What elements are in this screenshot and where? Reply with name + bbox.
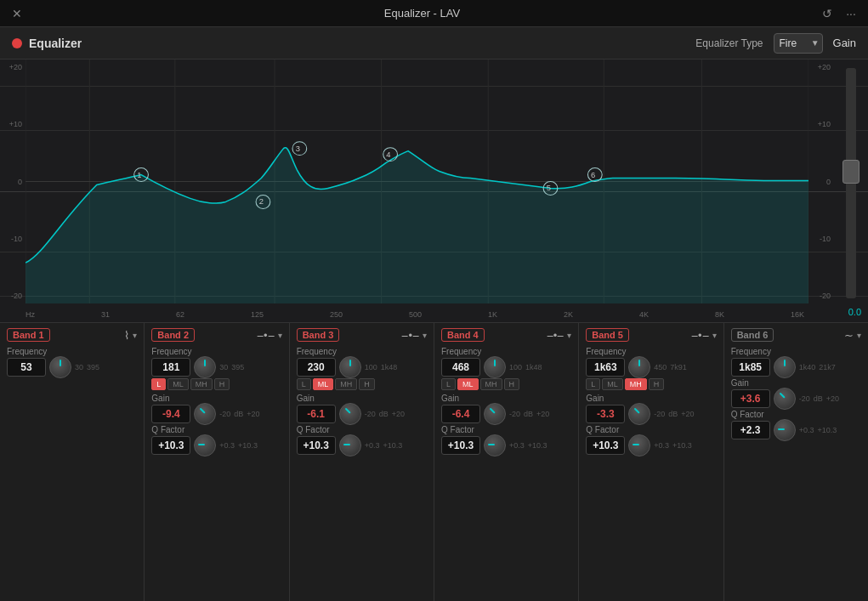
freq-row-4: 4681001k48 xyxy=(441,356,571,378)
chevron-down-icon[interactable]: ▾ xyxy=(857,331,861,340)
freq-row-2: 18130395 xyxy=(151,356,281,378)
close-button[interactable]: ✕ xyxy=(9,5,26,22)
filter-btn-H-5[interactable]: H xyxy=(649,378,665,390)
freq-value-3[interactable]: 230 xyxy=(297,358,336,377)
filter-btn-MH-3[interactable]: MH xyxy=(335,378,357,390)
freq-knob-2[interactable] xyxy=(194,356,216,378)
chevron-down-icon[interactable]: ▾ xyxy=(712,331,717,340)
gain-value-3[interactable]: -6.1 xyxy=(297,405,336,423)
q-knob-6[interactable] xyxy=(774,419,796,441)
gain-knob-5[interactable] xyxy=(628,403,650,425)
title-bar: ✕ Equalizer - LAV ↺ ··· xyxy=(0,0,868,27)
band-label-1[interactable]: Band 1 xyxy=(7,328,50,342)
gain-slider-track xyxy=(846,68,856,298)
freq-knob-1[interactable] xyxy=(49,356,71,378)
band-label-2[interactable]: Band 2 xyxy=(151,328,195,342)
band-shape-4[interactable]: ‒•‒▾ xyxy=(547,329,572,342)
gain-knob-6[interactable] xyxy=(774,388,796,410)
filter-btn-L-2[interactable]: L xyxy=(151,378,166,390)
y-labels-right: +20 +10 0 -10 -20 xyxy=(808,60,834,303)
gain-value-5[interactable]: -3.3 xyxy=(586,405,625,423)
gain-value-4[interactable]: -6.4 xyxy=(441,405,480,423)
band-label-6[interactable]: Band 6 xyxy=(731,328,774,342)
gain-slider[interactable] xyxy=(841,68,861,298)
menu-button[interactable]: ··· xyxy=(842,5,859,22)
filter-btn-ML-2[interactable]: ML xyxy=(167,378,189,390)
gain-knob-2[interactable] xyxy=(194,403,216,425)
chevron-down-icon[interactable]: ▾ xyxy=(278,331,282,340)
band-panel-4: Band 4‒•‒▾Frequency4681001k48LMLMHHGain-… xyxy=(434,323,579,601)
band-shape-2[interactable]: ‒•‒▾ xyxy=(257,329,282,342)
gain-label-3: Gain xyxy=(297,394,427,403)
band-shape-3[interactable]: ‒•‒▾ xyxy=(401,329,427,342)
freq-row-3: 2301001k48 xyxy=(297,356,427,378)
freq-max-5: 7k91 xyxy=(670,363,687,371)
history-button[interactable]: ↺ xyxy=(819,5,836,22)
filter-btn-ML-3[interactable]: ML xyxy=(313,378,334,390)
freq-value-2[interactable]: 181 xyxy=(151,358,190,377)
q-min-5: +0.3 xyxy=(654,441,669,450)
filter-btn-ML-4[interactable]: ML xyxy=(457,378,479,390)
q-knob-3[interactable] xyxy=(339,434,361,456)
q-row-2: +10.3+0.3+10.3 xyxy=(151,434,281,456)
chevron-down-icon[interactable]: ▾ xyxy=(423,331,427,340)
filter-type-row-5: LMLMHH xyxy=(586,378,716,390)
x-labels: Hz 31 62 125 250 500 1K 2K 4K 8K 16K xyxy=(26,310,804,319)
eq-display: +20 +10 0 -10 -20 +20 +10 0 -10 -20 xyxy=(0,60,868,323)
freq-knob-6[interactable] xyxy=(774,356,796,378)
eq-type-select[interactable]: Fire Water Earth xyxy=(774,33,823,54)
eq-canvas[interactable]: 1 2 3 4 5 6 xyxy=(26,60,808,303)
freq-value-1[interactable]: 53 xyxy=(7,358,46,377)
gain-max-6: +20 xyxy=(826,394,839,403)
band-panel-2: Band 2‒•‒▾Frequency18130395LMLMHHGain-9.… xyxy=(145,323,289,601)
freq-knob-5[interactable] xyxy=(628,356,650,378)
freq-knob-4[interactable] xyxy=(484,356,506,378)
q-value-5[interactable]: +10.3 xyxy=(586,436,625,455)
freq-knob-3[interactable] xyxy=(339,356,361,378)
q-value-2[interactable]: +10.3 xyxy=(151,436,190,455)
gain-value-2[interactable]: -9.4 xyxy=(151,405,190,423)
band-shape-6[interactable]: ∼▾ xyxy=(844,329,861,342)
band-shape-1[interactable]: ⌇▾ xyxy=(124,329,137,342)
q-knob-5[interactable] xyxy=(628,434,650,456)
gain-max-4: +20 xyxy=(536,410,549,418)
q-max-4: +10.3 xyxy=(528,441,547,450)
power-button[interactable] xyxy=(12,38,22,48)
q-knob-2[interactable] xyxy=(194,434,216,456)
band-panel-5: Band 5‒•‒▾Frequency1k634507k91LMLMHHGain… xyxy=(579,323,723,601)
filter-btn-L-5[interactable]: L xyxy=(586,378,600,390)
band-label-3[interactable]: Band 3 xyxy=(297,328,340,342)
freq-value-6[interactable]: 1k85 xyxy=(731,358,770,377)
plugin-title: Equalizer xyxy=(12,37,82,50)
filter-btn-H-4[interactable]: H xyxy=(504,378,520,390)
filter-btn-L-3[interactable]: L xyxy=(297,378,311,390)
q-value-6[interactable]: +2.3 xyxy=(731,421,770,439)
filter-btn-L-4[interactable]: L xyxy=(441,378,456,390)
freq-value-5[interactable]: 1k63 xyxy=(586,358,625,377)
q-max-6: +10.3 xyxy=(817,426,837,434)
filter-btn-MH-5[interactable]: MH xyxy=(625,378,647,390)
q-min-2: +0.3 xyxy=(219,441,235,450)
chevron-down-icon[interactable]: ▾ xyxy=(133,331,137,340)
band-header-1: Band 1⌇▾ xyxy=(7,328,137,342)
filter-btn-H-2[interactable]: H xyxy=(214,378,230,390)
q-value-4[interactable]: +10.3 xyxy=(441,436,480,455)
q-value-3[interactable]: +10.3 xyxy=(297,436,336,455)
eq-type-wrapper: Fire Water Earth ▼ xyxy=(774,33,823,54)
filter-btn-MH-2[interactable]: MH xyxy=(190,378,213,390)
gain-min-4: -20 xyxy=(509,410,520,418)
freq-label-1: Frequency xyxy=(7,347,137,356)
gain-knob-3[interactable] xyxy=(339,403,361,425)
band-label-4[interactable]: Band 4 xyxy=(441,328,485,342)
filter-btn-MH-4[interactable]: MH xyxy=(480,378,502,390)
band-shape-5[interactable]: ‒•‒▾ xyxy=(691,329,717,342)
chevron-down-icon[interactable]: ▾ xyxy=(567,331,571,340)
band-label-5[interactable]: Band 5 xyxy=(586,328,629,342)
filter-btn-H-3[interactable]: H xyxy=(359,378,375,390)
gain-value-6[interactable]: +3.6 xyxy=(731,389,770,408)
freq-label-5: Frequency xyxy=(586,347,716,356)
freq-value-4[interactable]: 468 xyxy=(441,358,480,377)
gain-knob-4[interactable] xyxy=(484,403,506,425)
filter-btn-ML-5[interactable]: ML xyxy=(602,378,623,390)
q-knob-4[interactable] xyxy=(484,434,506,456)
